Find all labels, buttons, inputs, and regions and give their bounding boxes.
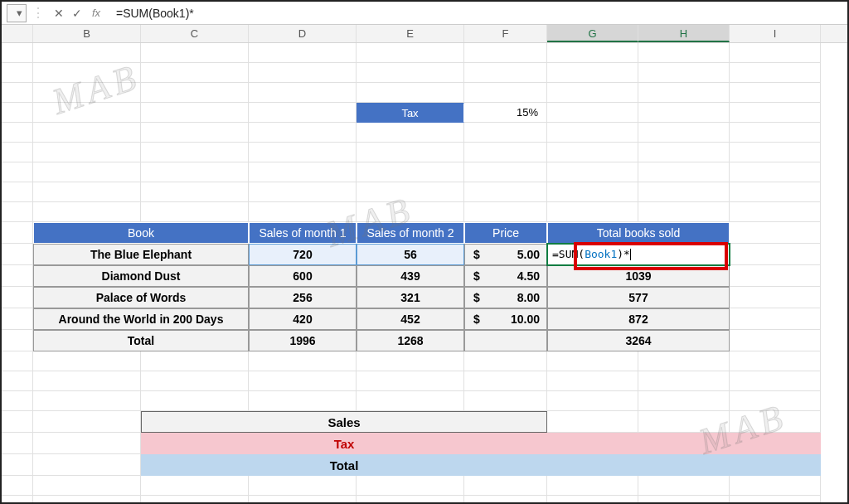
summary-sales[interactable]: Sales [141, 411, 547, 433]
hdr-book[interactable]: Book [33, 222, 249, 244]
hdr-m1[interactable]: Sales of month 1 [249, 222, 357, 244]
table-row[interactable]: Diamond Dust [33, 265, 249, 287]
column-headers: B C D E F G H I [2, 25, 847, 43]
formula-input[interactable]: =SUM(Book1)* [106, 7, 847, 20]
col-C[interactable]: C [141, 25, 249, 42]
col-F[interactable]: F [464, 25, 547, 42]
formula-cell[interactable]: =SUM(Book1)* [547, 244, 730, 265]
confirm-button[interactable]: ✓ [68, 7, 86, 20]
table-row[interactable]: The Blue Elephant [33, 244, 249, 265]
cell-m2[interactable]: 56 [357, 244, 464, 265]
cell-price[interactable]: $5.00 [464, 244, 547, 265]
tax-value[interactable]: 15% [464, 103, 547, 123]
hdr-price[interactable]: Price [464, 222, 547, 244]
col-D[interactable]: D [249, 25, 357, 42]
summary-total[interactable]: Total [141, 454, 547, 476]
name-box[interactable]: ▾ [7, 4, 27, 22]
table-row[interactable]: Around the World in 200 Days [33, 308, 249, 330]
hdr-total[interactable]: Total books sold [547, 222, 730, 244]
spreadsheet-grid[interactable]: MAB MAB MAB Tax 15% Book Sales of month … [2, 43, 847, 504]
tax-label[interactable]: Tax [357, 103, 464, 123]
col-H[interactable]: H [638, 25, 730, 42]
cell-m1[interactable]: 720 [249, 244, 357, 265]
cancel-button[interactable]: ✕ [50, 7, 68, 20]
formula-bar: ▾ ⋮ ✕ ✓ fx =SUM(Book1)* [2, 2, 847, 25]
table-row[interactable]: Palace of Words [33, 287, 249, 308]
table-row-total[interactable]: Total [33, 330, 249, 351]
col-E[interactable]: E [357, 25, 464, 42]
col-B[interactable]: B [33, 25, 141, 42]
summary-tax[interactable]: Tax [141, 433, 547, 454]
col-I[interactable]: I [730, 25, 821, 42]
fx-icon[interactable]: fx [86, 7, 106, 19]
col-G[interactable]: G [547, 25, 638, 42]
hdr-m2[interactable]: Sales of month 2 [357, 222, 464, 244]
